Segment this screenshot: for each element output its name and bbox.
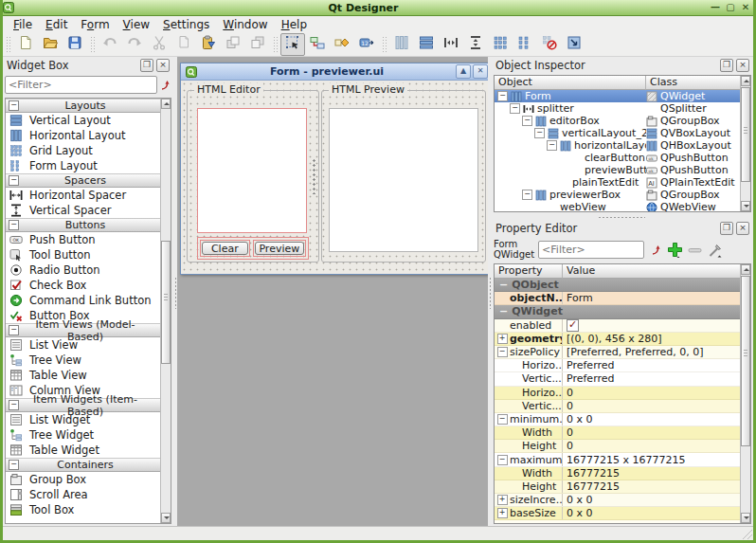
- menu-form[interactable]: Form: [74, 17, 116, 32]
- collapse-icon[interactable]: −: [497, 414, 508, 425]
- property-group-QWidget[interactable]: − QWidget: [495, 305, 740, 318]
- form-canvas[interactable]: HTML Editor Clear Preview: [181, 81, 490, 274]
- collapse-icon[interactable]: −: [499, 305, 508, 317]
- close-button[interactable]: ✕: [740, 2, 751, 13]
- toolbar-handle[interactable]: [6, 36, 10, 53]
- property-row-Width[interactable]: Width 16777215: [495, 467, 740, 480]
- scrollbar-thumb[interactable]: [161, 241, 171, 364]
- redo-button[interactable]: [122, 33, 147, 56]
- tree-row-previewButton[interactable]: previewButton ok QPushButton: [495, 164, 740, 176]
- tree-row-clearButton[interactable]: clearButton ok QPushButton: [495, 152, 740, 164]
- collapse-icon[interactable]: −: [547, 140, 557, 151]
- widget-item-form-layout[interactable]: Form Layout: [6, 158, 160, 173]
- category-item-views-model-based-[interactable]: − Item Views (Model-Based): [6, 323, 160, 337]
- property-row-Width[interactable]: Width 0: [495, 426, 740, 440]
- scroll-up-icon[interactable]: [161, 99, 171, 109]
- collapse-icon[interactable]: −: [499, 279, 508, 291]
- collapse-icon[interactable]: −: [9, 100, 19, 111]
- menu-window[interactable]: Window: [216, 17, 274, 32]
- property-row-Height[interactable]: Height 0: [495, 440, 740, 453]
- open-file-button[interactable]: [38, 33, 63, 56]
- close-icon[interactable]: ✕: [473, 64, 488, 79]
- scroll-down-icon[interactable]: [161, 513, 171, 523]
- expand-icon[interactable]: +: [497, 495, 508, 505]
- copy-button[interactable]: [171, 33, 196, 56]
- property-row-enabled[interactable]: enabled: [495, 319, 740, 333]
- preview-button[interactable]: Preview: [255, 242, 304, 255]
- cut-button[interactable]: [147, 33, 171, 56]
- menu-settings[interactable]: Settings: [156, 17, 216, 32]
- expand-icon[interactable]: +: [497, 334, 508, 344]
- property-row-baseSize[interactable]: +baseSize 0 x 0: [495, 507, 740, 520]
- collapse-icon[interactable]: −: [9, 220, 19, 230]
- menu-edit[interactable]: Edit: [39, 17, 74, 32]
- widget-item-radio-button[interactable]: Radio Button: [6, 262, 160, 278]
- column-header-value[interactable]: Value: [563, 264, 750, 279]
- tree-row-plainTextEdit[interactable]: plainTextEdit AI QPlainTextEdit: [495, 176, 740, 189]
- form-window[interactable]: Form - previewer.ui ▲ ✕ HTML Editor Clea…: [180, 63, 491, 275]
- edit-signals-slots-button[interactable]: [305, 33, 330, 56]
- remove-dynamic-property-icon[interactable]: [688, 243, 703, 258]
- widget-filter-input[interactable]: [5, 76, 157, 94]
- category-item-widgets-item-based-[interactable]: − Item Widgets (Item-Based): [6, 398, 160, 412]
- widget-item-check-box[interactable]: Check Box: [6, 278, 160, 293]
- splitter-handle[interactable]: [313, 158, 315, 194]
- menu-help[interactable]: Help: [275, 17, 314, 32]
- close-icon[interactable]: ×: [736, 222, 749, 235]
- float-icon[interactable]: ❐: [140, 59, 153, 72]
- edit-tab-order-button[interactable]: 123: [354, 33, 379, 56]
- tree-row-Form[interactable]: − Form QWidget: [495, 90, 740, 102]
- collapse-icon[interactable]: −: [9, 175, 19, 186]
- toolbar-handle[interactable]: [90, 36, 95, 53]
- scroll-up-icon[interactable]: [741, 264, 750, 275]
- scroll-up-icon[interactable]: [741, 76, 750, 86]
- widget-item-group-box[interactable]: Group Box: [6, 472, 160, 487]
- layout-grid-button[interactable]: [488, 33, 513, 56]
- collapse-icon[interactable]: −: [522, 190, 532, 200]
- property-group-QObject[interactable]: − QObject: [495, 279, 740, 292]
- widget-item-vertical-spacer[interactable]: Vertical Spacer: [6, 203, 160, 218]
- preview-groupbox[interactable]: HTML Preview: [321, 90, 486, 262]
- widget-item-horizontal-spacer[interactable]: Horizontal Spacer: [6, 188, 160, 203]
- plain-text-edit[interactable]: [197, 108, 307, 233]
- layout-vertical-button[interactable]: [414, 33, 439, 56]
- widget-item-tool-box[interactable]: Tool Box: [6, 502, 160, 517]
- property-row-minimum[interactable]: −minimum... 0 x 0: [495, 413, 740, 426]
- widget-item-tool-button[interactable]: Tool Button: [6, 247, 160, 262]
- toolbar-handle[interactable]: [382, 36, 387, 53]
- property-row-Height[interactable]: Height 16777215: [495, 480, 740, 494]
- tree-row-webView[interactable]: webView QWebView: [495, 201, 740, 212]
- collapse-icon[interactable]: −: [534, 128, 545, 138]
- checkbox-checked-icon[interactable]: [567, 319, 579, 332]
- widget-item-command-link-button[interactable]: Command Link Button: [6, 293, 160, 308]
- collapse-icon[interactable]: −: [522, 116, 532, 126]
- web-view[interactable]: [329, 108, 478, 252]
- menu-file[interactable]: File: [7, 17, 39, 32]
- category-buttons[interactable]: − Buttons: [6, 218, 160, 232]
- lower-widget-button[interactable]: [245, 33, 270, 56]
- raise-widget-button[interactable]: [221, 33, 245, 56]
- category-containers[interactable]: − Containers: [6, 458, 160, 472]
- widget-item-push-button[interactable]: OK Push Button: [6, 232, 160, 247]
- button-layout[interactable]: Clear Preview: [197, 237, 309, 260]
- float-icon[interactable]: ❐: [720, 59, 733, 72]
- widget-item-horizontal-layout[interactable]: Horizontal Layout: [6, 128, 160, 143]
- adjust-size-button[interactable]: [562, 33, 586, 56]
- collapse-icon[interactable]: −: [9, 460, 19, 470]
- tree-row-horizontalLayout[interactable]: − horizontalLayout QHBoxLayout: [495, 139, 740, 152]
- maximize-button[interactable]: ▢: [725, 2, 736, 13]
- expand-icon[interactable]: +: [497, 508, 508, 518]
- collapse-icon[interactable]: −: [497, 347, 508, 357]
- edit-widgets-button[interactable]: [280, 33, 305, 56]
- scrollbar-thumb[interactable]: [741, 276, 750, 446]
- collapse-icon[interactable]: −: [510, 103, 520, 114]
- widget-item-tree-view[interactable]: Tree View: [6, 353, 160, 368]
- category-spacers[interactable]: − Spacers: [6, 173, 160, 188]
- float-icon[interactable]: ❐: [720, 222, 733, 235]
- property-row-Horizo[interactable]: Horizo... Preferred: [495, 359, 740, 372]
- column-header-object[interactable]: Object: [495, 76, 646, 90]
- property-row-geometry[interactable]: +geometry [(0, 0), 456 x 280]: [495, 333, 740, 346]
- filter-clear-icon[interactable]: [651, 244, 662, 256]
- collapse-icon[interactable]: −: [497, 455, 508, 465]
- widget-item-table-widget[interactable]: Table Widget: [6, 443, 160, 458]
